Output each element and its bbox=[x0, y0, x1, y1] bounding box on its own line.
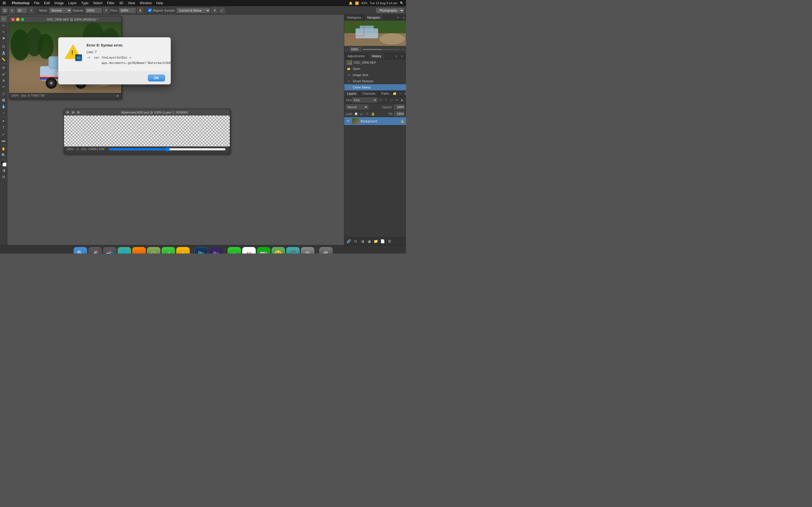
mode-dropdown[interactable]: Normal bbox=[49, 8, 71, 13]
hand-tool[interactable]: ✋ bbox=[1, 146, 7, 152]
dock-firefox[interactable]: 🦊 bbox=[132, 247, 146, 254]
layers-mode-dropdown[interactable]: Normal bbox=[346, 105, 368, 110]
history-collapse-icon[interactable]: ▾ bbox=[394, 54, 399, 58]
dock-cone-app[interactable]: ⚠ bbox=[176, 247, 190, 254]
zoom-input[interactable] bbox=[350, 47, 361, 52]
menu-photoshop[interactable]: Photoshop bbox=[10, 1, 32, 6]
crop-tool[interactable]: ⊡ bbox=[1, 43, 7, 50]
sample-dropdown[interactable]: Current & Below bbox=[176, 8, 210, 13]
tab-navigator[interactable]: Navigator bbox=[364, 15, 384, 20]
minimize-button-1[interactable] bbox=[16, 18, 19, 21]
filter-type-icon[interactable]: T bbox=[384, 98, 388, 102]
openglext-icon[interactable]: 🖊 bbox=[219, 7, 225, 13]
zoom-slider[interactable] bbox=[363, 49, 400, 50]
pen-tool[interactable]: ✒ bbox=[1, 118, 7, 124]
menu-type[interactable]: Type bbox=[79, 1, 91, 6]
background-color[interactable] bbox=[3, 163, 6, 166]
zoom-in-icon[interactable]: + bbox=[402, 48, 404, 51]
watermark-canvas[interactable] bbox=[64, 115, 230, 147]
dock-cube-app[interactable]: ⬡ bbox=[147, 247, 160, 254]
delete-layer-btn[interactable]: 🗑 bbox=[387, 238, 392, 244]
dock-app-green[interactable]: ✓ bbox=[161, 247, 175, 254]
history-item-0[interactable]: DSC_0906.NEF bbox=[344, 59, 406, 66]
new-layer-btn[interactable]: 📄 bbox=[380, 238, 386, 244]
dock-facetime[interactable]: 📷 bbox=[257, 247, 270, 254]
dock-trash[interactable]: 🗑 bbox=[319, 247, 333, 254]
menu-filter[interactable]: Filter bbox=[105, 1, 117, 6]
dock-music[interactable]: ♪ bbox=[227, 247, 241, 254]
close-button-1[interactable] bbox=[11, 18, 15, 21]
dock-launchpad[interactable]: 🚀 bbox=[88, 247, 102, 254]
menu-edit[interactable]: Edit bbox=[42, 1, 52, 6]
zoom-out-icon[interactable]: − bbox=[347, 48, 348, 51]
airbrush-icon[interactable]: ✦ bbox=[103, 7, 109, 13]
filter-smart-icon[interactable]: ✦ bbox=[395, 98, 399, 102]
tab-paths[interactable]: Paths bbox=[378, 91, 393, 96]
ruler-tool[interactable]: 📏 bbox=[1, 56, 7, 62]
select-rect-tool[interactable]: ▭ bbox=[1, 22, 7, 29]
stylus-pressure-icon[interactable]: ⚡ bbox=[137, 7, 143, 13]
eyedropper-tool[interactable]: 🔬 bbox=[1, 50, 7, 56]
tab-layers[interactable]: Layers bbox=[344, 91, 359, 96]
clone-stamp-tool-icon[interactable] bbox=[2, 7, 8, 13]
tab-history[interactable]: History bbox=[368, 53, 385, 59]
history-item-2[interactable]: ⊡ Image Size bbox=[344, 72, 406, 78]
add-link-icon[interactable]: 🔗 bbox=[346, 238, 352, 244]
brush-size-input[interactable] bbox=[16, 8, 27, 13]
layers-kind-select[interactable]: Kind bbox=[352, 98, 377, 103]
dock-mail[interactable]: 📬 bbox=[103, 247, 116, 254]
dock-finder[interactable]: 🔍 bbox=[73, 247, 87, 254]
lock-move-icon[interactable]: ✛ bbox=[365, 112, 370, 116]
menu-view[interactable]: View bbox=[125, 1, 137, 6]
dock-calendar[interactable]: 12 bbox=[242, 247, 256, 254]
add-fx-icon[interactable]: fx bbox=[353, 238, 358, 244]
dock-photoshop[interactable]: Ps bbox=[195, 247, 208, 254]
quick-select-tool[interactable]: ✱ bbox=[1, 35, 7, 41]
new-layer-icon[interactable]: + bbox=[398, 91, 403, 96]
menu-file[interactable]: File bbox=[32, 1, 42, 6]
flow-input[interactable] bbox=[119, 8, 136, 13]
menu-window[interactable]: Window bbox=[137, 1, 154, 6]
filter-pixel-icon[interactable]: ⊡ bbox=[378, 98, 383, 102]
tab-histogram[interactable]: Histogram bbox=[344, 15, 364, 20]
brush-tool[interactable]: 🖌 bbox=[1, 71, 7, 77]
menubar-search[interactable]: 🔍 bbox=[400, 1, 404, 5]
close-button-2[interactable] bbox=[66, 111, 69, 114]
minimize-button-2[interactable] bbox=[71, 111, 74, 114]
add-group-icon[interactable]: 📁 bbox=[373, 238, 378, 244]
panel-menu-icon[interactable]: ≡ bbox=[402, 15, 406, 20]
quick-mask-btn[interactable]: ◑ bbox=[1, 167, 7, 173]
tab-adjustments[interactable]: Adjustments bbox=[344, 53, 368, 59]
color-swatch[interactable] bbox=[1, 161, 6, 166]
opacity-input[interactable] bbox=[85, 8, 102, 13]
text-tool[interactable]: T bbox=[1, 124, 7, 131]
history-menu-icon[interactable]: ≡ bbox=[400, 54, 404, 58]
maximize-button-1[interactable] bbox=[21, 18, 24, 21]
filter-toggle-icon[interactable]: ◉ bbox=[400, 98, 404, 102]
zoom-tool[interactable]: 🔍 bbox=[1, 152, 7, 158]
dodge-tool[interactable]: ○ bbox=[1, 110, 7, 116]
add-adjustment-icon[interactable]: ◕ bbox=[366, 238, 372, 244]
lock-transparent-icon[interactable]: 🔲 bbox=[354, 112, 358, 116]
dock-finder2[interactable]: 😊 bbox=[271, 247, 285, 254]
layer-visibility-icon[interactable]: 👁 bbox=[346, 119, 350, 123]
spot-heal-tool[interactable]: ⊛ bbox=[1, 64, 7, 71]
move-tool[interactable]: ↖ bbox=[1, 16, 7, 22]
dock-settings[interactable]: ⚙ bbox=[301, 247, 314, 254]
lock-brush-icon[interactable]: 🖌 bbox=[359, 112, 364, 116]
lock-all-icon[interactable]: 🔒 bbox=[371, 112, 375, 116]
blur-tool[interactable]: 💧 bbox=[1, 103, 7, 110]
lasso-tool[interactable]: ⊂ bbox=[1, 29, 7, 35]
brush-size-icon[interactable]: ◎ bbox=[9, 7, 15, 13]
add-mask-icon[interactable]: ◑ bbox=[359, 238, 365, 244]
history-brush-tool[interactable]: ↶ bbox=[1, 84, 7, 90]
doc2-scrubber[interactable] bbox=[109, 147, 226, 152]
dock-itunes[interactable]: 🎵 bbox=[286, 247, 300, 254]
history-item-4[interactable]: ⊕ Clone Stamp bbox=[344, 84, 406, 91]
delete-layer-icon[interactable]: 🗑 bbox=[404, 91, 406, 96]
layer-row-background[interactable]: 👁 Background 🔒 bbox=[344, 117, 406, 125]
screen-mode-btn[interactable]: ⊟ bbox=[1, 174, 7, 180]
clone-stamp-tool[interactable]: ⊕ bbox=[1, 77, 7, 83]
doc2-zoom-icon[interactable]: ⊡ bbox=[77, 148, 79, 151]
doc1-arrow[interactable]: ▶ bbox=[117, 94, 119, 97]
